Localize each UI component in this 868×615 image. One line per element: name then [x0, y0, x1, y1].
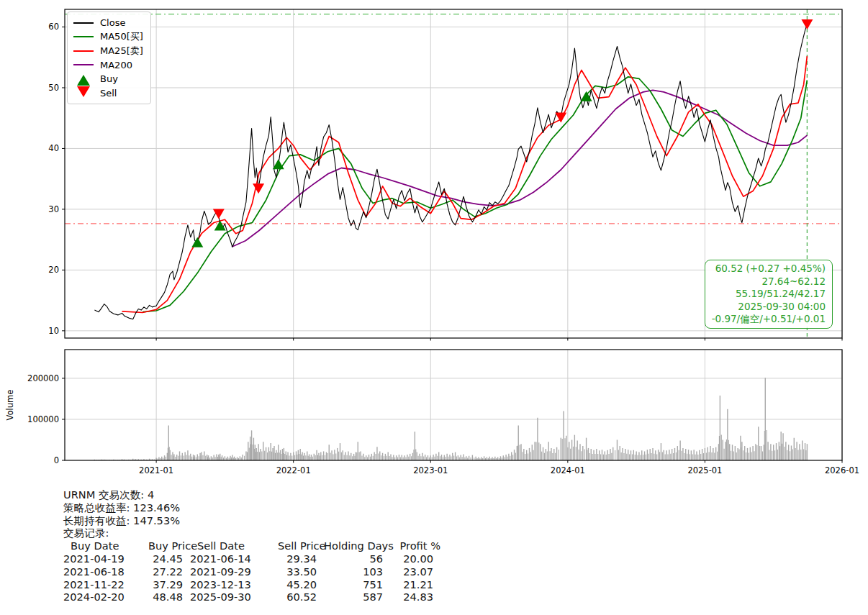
trade-cell: 2021-06-14 — [183, 552, 271, 565]
buy-marker — [191, 237, 203, 247]
sell-marker — [801, 19, 813, 29]
x-tick-label: 2025-01 — [687, 465, 722, 475]
info-last-price: 60.52 (+0.27 +0.45%) — [712, 263, 826, 275]
x-tick-label: 2021-01 — [139, 465, 173, 475]
trade-table-row: 2021-04-1924.452021-06-1429.345620.00 — [63, 552, 440, 565]
legend-line-swatch — [73, 64, 94, 65]
trade-col-header: Holding Days — [324, 539, 390, 552]
trade-cell: 27.22 — [141, 565, 183, 578]
stat-hold-return: 长期持有收益: 147.53% — [63, 514, 440, 527]
trade-cell: 24.45 — [141, 552, 183, 565]
x-tick-label: 2022-01 — [276, 465, 311, 475]
legend-line-swatch — [73, 36, 94, 37]
legend-label: Sell — [100, 88, 117, 99]
legend-marker-swatch — [73, 75, 94, 83]
trade-table-row: 2021-11-2237.292023-12-1345.2075121.21 — [63, 578, 440, 591]
trade-table: Buy DateBuy PriceSell DateSell PriceHold… — [63, 539, 440, 603]
legend-label: MA50[买] — [100, 30, 143, 43]
y-tick-label: 10 — [48, 326, 59, 336]
trade-cell: 751 — [317, 578, 383, 591]
strategy-stats: URNM 交易次数: 4 策略总收益率: 123.46% 长期持有收益: 147… — [63, 488, 440, 603]
legend: CloseMA50[买]MA25[卖]MA200BuySell — [67, 12, 151, 104]
legend-item-buy: Buy — [73, 72, 143, 86]
legend-label: Close — [100, 17, 125, 28]
info-52wk-range: 27.64~62.12 — [712, 275, 826, 288]
legend-label: Buy — [100, 73, 118, 84]
trade-col-header: Profit % — [390, 539, 440, 552]
buy-triangle-icon — [77, 75, 90, 86]
info-ma-values: 55.19/51.24/42.17 — [712, 288, 826, 301]
info-datetime: 2025-09-30 04:00 — [712, 301, 826, 314]
trade-cell: 2021-09-29 — [183, 565, 271, 578]
trade-cell: 29.34 — [271, 552, 317, 565]
legend-label: MA200 — [100, 60, 132, 70]
y-tick-label: 20 — [48, 265, 59, 275]
sell-triangle-icon — [77, 86, 90, 97]
quote-info-box: 60.52 (+0.27 +0.45%) 27.64~62.12 55.19/5… — [705, 260, 833, 329]
line-swatch — [73, 36, 94, 37]
trade-cell: 587 — [317, 591, 383, 603]
trade-cell: 45.20 — [271, 578, 317, 591]
trade-col-header: Sell Price — [278, 539, 324, 552]
trade-cell: 2025-09-30 — [183, 591, 271, 603]
trade-cell: 2024-02-20 — [63, 591, 141, 603]
trade-cell: 33.50 — [271, 565, 317, 578]
trade-cell: 20.00 — [383, 552, 433, 565]
close-line — [94, 24, 807, 319]
buy-marker — [273, 159, 284, 169]
y-tick-label: 30 — [48, 204, 59, 214]
stat-strategy-return: 策略总收益率: 123.46% — [63, 501, 440, 514]
trade-cell: 2021-04-19 — [63, 552, 141, 565]
legend-item-ma50: MA50[买] — [73, 30, 143, 45]
trade-cell: 2021-11-22 — [63, 578, 141, 591]
trade-col-header: Buy Date — [63, 539, 148, 552]
legend-item-close: Close — [73, 16, 143, 30]
x-tick-label: 2023-01 — [413, 465, 448, 475]
legend-item-sell: Sell — [73, 86, 143, 101]
trade-cell: 60.52 — [271, 591, 317, 603]
trade-table-row: 2024-02-2048.482025-09-3060.5258724.83 — [63, 591, 440, 603]
x-tick-label: 2024-01 — [551, 465, 585, 475]
legend-item-ma25: MA25[卖] — [73, 44, 143, 58]
x-tick-label: 2026-01 — [825, 465, 859, 475]
trade-table-row: 2021-06-1827.222021-09-2933.5010323.07 — [63, 565, 440, 578]
volume-tick-label: 0 — [54, 455, 59, 465]
sell-marker — [213, 209, 225, 219]
volume-tick-label: 100000 — [27, 414, 59, 424]
trade-cell: 48.48 — [141, 591, 183, 603]
y-tick-label: 60 — [48, 22, 59, 32]
trade-cell: 2021-06-18 — [63, 565, 141, 578]
trade-table-header: Buy DateBuy PriceSell DateSell PriceHold… — [63, 539, 440, 552]
info-signal: -0.97/偏空/+0.51/+0.01 — [712, 313, 826, 326]
trade-cell: 23.07 — [383, 565, 433, 578]
volume-tick-label: 200000 — [27, 373, 59, 383]
legend-item-ma200: MA200 — [73, 58, 143, 73]
volume-axis-label: Volume — [5, 390, 15, 421]
legend-marker-swatch — [73, 89, 94, 97]
stat-records-title: 交易记录: — [63, 527, 440, 539]
legend-line-swatch — [73, 22, 94, 24]
trade-col-header: Buy Price — [148, 539, 190, 552]
trade-cell: 37.29 — [141, 578, 183, 591]
trade-cell: 21.21 — [383, 578, 433, 591]
trade-cell: 56 — [317, 552, 383, 565]
line-swatch — [73, 22, 94, 24]
trade-cell: 2023-12-13 — [183, 578, 271, 591]
trade-cell: 24.83 — [383, 591, 433, 603]
line-swatch — [73, 50, 94, 52]
stat-trade-count: URNM 交易次数: 4 — [63, 488, 440, 501]
y-tick-label: 40 — [48, 143, 59, 153]
y-tick-label: 50 — [48, 83, 59, 93]
line-swatch — [73, 64, 94, 65]
trade-cell: 103 — [317, 565, 383, 578]
legend-line-swatch — [73, 50, 94, 52]
legend-label: MA25[卖] — [100, 45, 143, 58]
trade-col-header: Sell Date — [190, 539, 278, 552]
figure: 1020304050600100000200000Volume2021-0120… — [0, 0, 868, 615]
